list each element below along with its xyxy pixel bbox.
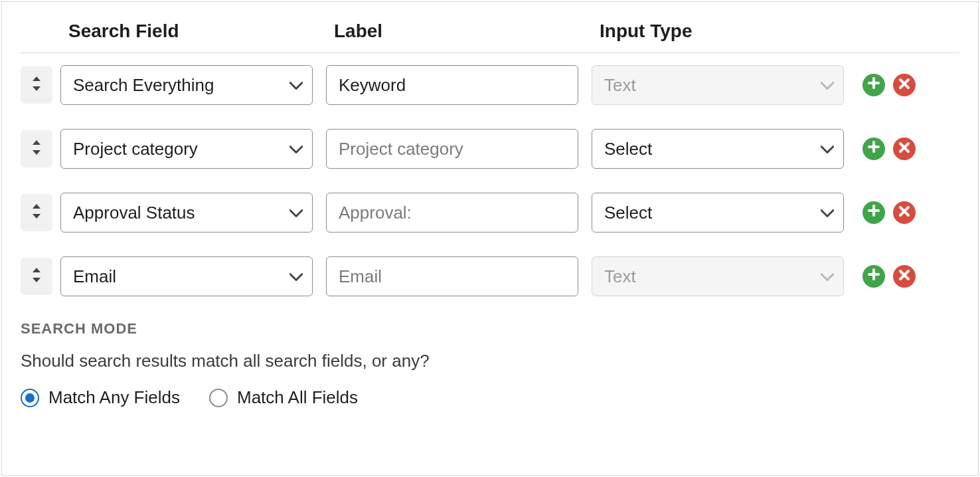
input-type-select: Text (592, 256, 844, 296)
label-input[interactable]: Approval: (326, 193, 578, 233)
chevron-down-icon (289, 75, 303, 96)
chevron-down-icon (821, 266, 834, 287)
chevron-down-icon (821, 203, 834, 223)
input-type-value: Select (604, 203, 652, 223)
remove-row-button[interactable] (893, 138, 916, 160)
table-row: EmailEmailText (21, 256, 959, 296)
drag-handle[interactable] (21, 130, 52, 167)
radio-match-all[interactable]: Match All Fields (209, 387, 358, 408)
label-input[interactable]: Keyword (326, 65, 578, 105)
plus-icon (867, 204, 880, 221)
label-text: Email (339, 266, 382, 287)
table-row: Search EverythingKeywordText (21, 65, 959, 105)
add-row-button[interactable] (862, 265, 885, 288)
drag-handle[interactable] (21, 194, 52, 231)
header-input-type: Input Type (592, 21, 857, 42)
sort-icon (31, 266, 42, 286)
search-field-select[interactable]: Email (60, 256, 313, 296)
close-icon (898, 140, 910, 157)
plus-icon (867, 140, 880, 157)
drag-handle[interactable] (21, 66, 52, 104)
chevron-down-icon (821, 139, 834, 159)
table-row: Project categoryProject categorySelect (21, 129, 959, 169)
close-icon (898, 76, 910, 94)
radio-match-any-label: Match Any Fields (48, 387, 180, 408)
chevron-down-icon (289, 266, 303, 287)
add-row-button[interactable] (862, 201, 885, 224)
label-text: Approval: (339, 203, 412, 223)
drag-handle[interactable] (21, 258, 52, 295)
search-field-select[interactable]: Approval Status (60, 193, 313, 233)
radio-match-all-label: Match All Fields (237, 387, 358, 408)
radio-match-any[interactable]: Match Any Fields (21, 387, 180, 408)
sort-icon (31, 75, 42, 95)
input-type-select: Text (592, 65, 844, 105)
label-input[interactable]: Project category (326, 129, 578, 169)
label-text: Project category (339, 139, 463, 159)
search-mode-title: SEARCH MODE (21, 320, 959, 337)
close-icon (898, 268, 910, 285)
plus-icon (867, 76, 880, 94)
add-row-button[interactable] (862, 138, 885, 160)
input-type-value: Text (604, 266, 636, 287)
chevron-down-icon (289, 139, 303, 159)
header-label: Label (326, 21, 592, 42)
input-type-value: Select (604, 139, 652, 159)
search-field-value: Approval Status (73, 203, 195, 223)
radio-dot-icon (21, 389, 39, 407)
search-field-select[interactable]: Project category (60, 129, 313, 169)
chevron-down-icon (289, 203, 303, 223)
input-type-value: Text (604, 75, 636, 96)
search-field-value: Project category (73, 139, 198, 159)
table-row: Approval StatusApproval:Select (21, 193, 959, 233)
label-input[interactable]: Email (326, 256, 578, 296)
search-mode-options: Match Any Fields Match All Fields (21, 387, 959, 408)
input-type-select[interactable]: Select (592, 193, 844, 233)
search-mode-description: Should search results match all search f… (21, 351, 959, 371)
search-fields-panel: Search Field Label Input Type Search Eve… (1, 1, 979, 476)
radio-dot-icon (209, 389, 228, 407)
label-text: Keyword (339, 75, 406, 96)
remove-row-button[interactable] (893, 74, 916, 96)
sort-icon (31, 203, 42, 223)
plus-icon (867, 268, 880, 285)
remove-row-button[interactable] (893, 201, 916, 224)
close-icon (898, 204, 910, 221)
sort-icon (31, 139, 42, 159)
chevron-down-icon (821, 75, 834, 96)
search-field-select[interactable]: Search Everything (60, 65, 313, 105)
table-header: Search Field Label Input Type (21, 21, 959, 53)
header-search-field: Search Field (60, 21, 326, 42)
search-field-value: Email (73, 266, 116, 287)
remove-row-button[interactable] (893, 265, 916, 288)
search-field-value: Search Everything (73, 75, 214, 96)
input-type-select[interactable]: Select (592, 129, 844, 169)
add-row-button[interactable] (862, 74, 885, 96)
